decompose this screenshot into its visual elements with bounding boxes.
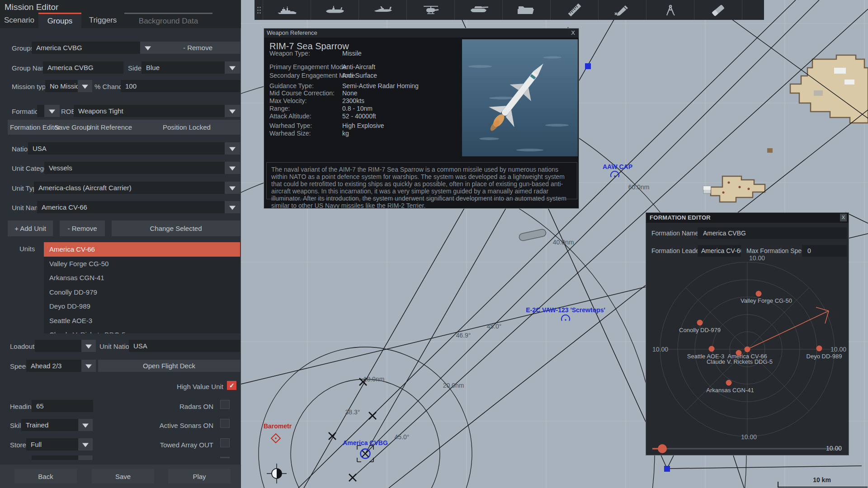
high-value-unit-checkbox[interactable] <box>227 381 236 390</box>
high-value-unit-label: High Value Unit <box>149 383 223 390</box>
toolbar-compass-button[interactable] <box>646 0 694 20</box>
skill-select[interactable]: Trained <box>21 419 78 431</box>
unit-list-item[interactable]: America CV-66 <box>44 242 240 257</box>
group-name-input[interactable]: America CVBG <box>43 61 123 74</box>
stores-select[interactable]: Full <box>26 438 78 450</box>
formation-ship-label: Valley Forge CG-50 <box>741 297 792 304</box>
contact-x-marks[interactable] <box>329 378 376 481</box>
unit-category-dropdown-button[interactable] <box>225 162 240 174</box>
formation-select[interactable] <box>37 105 44 117</box>
chance-input[interactable]: 100 <box>121 80 240 92</box>
mission-type-select[interactable]: No Mission <box>45 80 78 92</box>
toolbar-helicopter-button[interactable] <box>406 0 454 20</box>
radars-label: Radars ON <box>149 403 213 410</box>
unit-type-dropdown-button[interactable] <box>225 182 240 194</box>
tab-scenario[interactable]: Scenario <box>0 13 38 28</box>
toolbar-tank-button[interactable] <box>454 0 502 20</box>
aircraft-icon <box>372 4 394 16</box>
close-icon[interactable]: X <box>571 29 575 36</box>
stat-label: Max Velocity: <box>269 97 307 104</box>
unit-name-select[interactable]: America CV-66 <box>37 201 240 213</box>
waypoint-square[interactable] <box>585 63 591 69</box>
ring-scale-left: 10.00 <box>652 346 668 353</box>
map-label[interactable]: Barometr <box>264 422 292 430</box>
roe-select[interactable]: Weapons Tight <box>74 105 225 117</box>
submarine-icon <box>324 4 346 16</box>
heading-input[interactable]: 65 <box>32 400 93 412</box>
toolbar-filler <box>742 0 764 20</box>
save-group-button[interactable]: Save Group <box>54 123 90 131</box>
unit-list-item[interactable]: Deyo DD-989 <box>44 299 240 314</box>
tab-groups[interactable]: Groups <box>38 13 81 28</box>
formation-ship-dot[interactable] <box>736 350 742 356</box>
formation-ship-dot[interactable] <box>745 347 750 352</box>
speed-select[interactable]: Ahead 2/3 <box>26 360 81 372</box>
add-unit-button[interactable]: + Add Unit <box>8 221 53 236</box>
remove-group-button[interactable]: - Remove <box>156 42 240 54</box>
slider-knob[interactable] <box>658 444 667 453</box>
speed-dropdown-button[interactable] <box>81 360 96 372</box>
toolbar-ruler-button[interactable] <box>550 0 598 20</box>
nation-dropdown-button[interactable] <box>225 142 240 155</box>
stat-value: 52 - 40000ft <box>342 113 376 120</box>
formation-ship-dot[interactable] <box>697 320 703 326</box>
towed-array-checkbox[interactable] <box>220 438 230 447</box>
map-label[interactable]: AAW CAP <box>603 163 632 170</box>
remove-unit-button[interactable]: - Remove <box>60 221 105 236</box>
loadouts-dropdown-button[interactable] <box>81 340 96 352</box>
skill-dropdown-button[interactable] <box>78 419 93 431</box>
loadouts-select[interactable] <box>35 340 81 352</box>
toolbar-pencil-button[interactable] <box>598 0 646 20</box>
map-label[interactable]: America CVBG <box>343 439 388 446</box>
play-button[interactable]: Play <box>168 469 231 483</box>
mission-type-dropdown-button[interactable] <box>78 80 92 92</box>
groups-select[interactable]: America CVBG <box>32 42 140 54</box>
position-locked-toggle[interactable]: Position Locked <box>163 123 211 131</box>
formation-dropdown-button[interactable] <box>44 105 60 117</box>
save-button[interactable]: Save <box>92 469 154 483</box>
waypoint-square[interactable] <box>664 466 670 472</box>
unit-category-select[interactable]: Vessels <box>44 162 240 174</box>
groups-dropdown-button[interactable] <box>140 42 156 54</box>
formation-range-slider[interactable] <box>652 444 840 453</box>
toolbar-aircraft-button[interactable] <box>359 0 406 20</box>
unit-type-select[interactable]: America-class (Aircraft Carrier) <box>34 182 240 194</box>
formation-ship-dot[interactable] <box>726 380 732 386</box>
eraser-icon <box>708 4 729 16</box>
unit-list-item[interactable]: Arkansas CGN-41 <box>44 271 240 285</box>
formation-ship-dot[interactable] <box>709 346 715 352</box>
unit-list-item[interactable]: Valley Forge CG-50 <box>44 257 240 271</box>
units-list[interactable]: America CV-66Valley Forge CG-50Arkansas … <box>44 242 240 333</box>
formation-ship-dot[interactable] <box>756 291 762 297</box>
bullseye-marker[interactable] <box>267 464 287 483</box>
change-selected-button[interactable]: Change Selected <box>112 221 240 236</box>
map-label: 38.3° <box>345 408 360 416</box>
unit-list-item[interactable]: Seattle AOE-3 <box>44 314 240 328</box>
toolbar-eraser-button[interactable] <box>694 0 742 20</box>
toolbar-drag-handle[interactable] <box>255 0 263 20</box>
unit-list-item[interactable]: Conolly DD-979 <box>44 285 240 300</box>
unit-nation-select[interactable]: USA <box>129 340 240 352</box>
toolbar-folder-button[interactable] <box>502 0 550 20</box>
side-dropdown-button[interactable] <box>225 61 240 74</box>
tab-triggers[interactable]: Triggers <box>81 13 124 28</box>
radars-checkbox[interactable] <box>220 400 230 409</box>
roe-dropdown-button[interactable] <box>225 105 240 117</box>
active-sonars-checkbox[interactable] <box>220 419 230 428</box>
stores-dropdown-button[interactable] <box>78 438 93 450</box>
back-button[interactable]: Back <box>14 469 77 483</box>
toolbar-surface-ship-button[interactable] <box>263 0 311 20</box>
nation-select[interactable]: USA <box>28 142 240 155</box>
tab-background-data[interactable]: Background Data <box>124 13 212 28</box>
unit-list-item[interactable]: Claude V. Rickets DDG-5 <box>44 328 240 333</box>
hostile-diamond-marker[interactable] <box>271 434 280 443</box>
map-label[interactable]: E-2C VAW-123 'Screwtops' <box>526 306 605 314</box>
formation-polar-chart[interactable] <box>646 213 849 455</box>
open-flight-deck-button[interactable]: Open Flight Deck <box>98 360 240 372</box>
unit-name-dropdown-button[interactable] <box>225 201 240 213</box>
formation-editor-button[interactable]: Formation Editor <box>10 123 60 131</box>
formation-ship-dot[interactable] <box>816 346 822 352</box>
unit-reference-button[interactable]: Unit Reference <box>87 123 132 131</box>
toolbar-submarine-button[interactable] <box>311 0 359 20</box>
weapon-reference-titlebar[interactable]: Weapon Reference X <box>264 28 579 38</box>
